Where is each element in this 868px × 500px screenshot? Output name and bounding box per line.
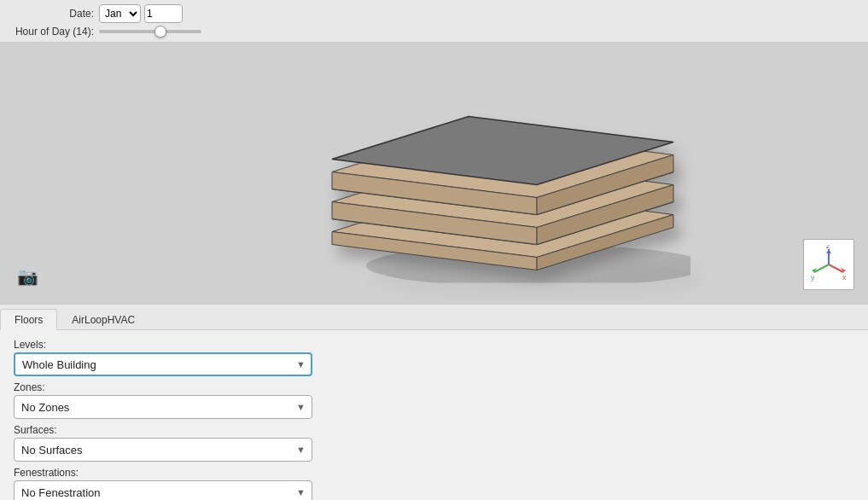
svg-text:y: y xyxy=(811,273,815,282)
tabs-bar: Floors AirLoopHVAC xyxy=(0,305,868,330)
surfaces-dropdown-wrapper: No Surfaces Surface 1 Surface 2 ▼ xyxy=(14,438,312,462)
fenestrations-select[interactable]: No Fenestration Window 1 Window 2 xyxy=(14,480,312,500)
date-label: Date: xyxy=(9,8,94,20)
tab-floors[interactable]: Floors xyxy=(0,309,57,330)
levels-field-group: Levels: Whole Building Floor 1 Floor 2 F… xyxy=(14,339,854,376)
building-3d xyxy=(264,61,690,286)
zones-dropdown-wrapper: No Zones Zone 1 Zone 2 ▼ xyxy=(14,395,312,419)
camera-button[interactable]: 📷 xyxy=(14,263,41,290)
surfaces-select[interactable]: No Surfaces Surface 1 Surface 2 xyxy=(14,438,312,462)
svg-text:z: z xyxy=(826,245,830,250)
main-container: Date: JanFebMar AprMayJun JulAugSep OctN… xyxy=(0,0,868,500)
levels-select[interactable]: Whole Building Floor 1 Floor 2 Floor 3 xyxy=(14,352,312,376)
zones-field-group: Zones: No Zones Zone 1 Zone 2 ▼ xyxy=(14,381,854,419)
date-spinner-group: JanFebMar AprMayJun JulAugSep OctNovDec xyxy=(99,4,183,23)
hour-label: Hour of Day (14): xyxy=(9,26,94,38)
date-row: Date: JanFebMar AprMayJun JulAugSep OctN… xyxy=(9,4,859,23)
axis-widget: x y z xyxy=(803,239,854,290)
top-controls-bar: Date: JanFebMar AprMayJun JulAugSep OctN… xyxy=(0,0,868,43)
hour-slider[interactable] xyxy=(99,30,201,33)
zones-label: Zones: xyxy=(14,381,854,393)
fenestrations-dropdown-wrapper: No Fenestration Window 1 Window 2 ▼ xyxy=(14,480,312,500)
viewport-canvas: x y z 📷 xyxy=(0,43,868,304)
floors-tab-content: Levels: Whole Building Floor 1 Floor 2 F… xyxy=(0,330,868,500)
axis-svg: x y z xyxy=(809,245,848,284)
camera-icon: 📷 xyxy=(17,266,38,287)
hour-row: Hour of Day (14): xyxy=(9,26,859,38)
surfaces-field-group: Surfaces: No Surfaces Surface 1 Surface … xyxy=(14,424,854,462)
levels-dropdown-wrapper: Whole Building Floor 1 Floor 2 Floor 3 ▼ xyxy=(14,352,312,376)
levels-label: Levels: xyxy=(14,339,854,351)
bottom-panel: Floors AirLoopHVAC Levels: Whole Buildin… xyxy=(0,304,868,500)
fenestrations-label: Fenestrations: xyxy=(14,467,854,479)
fenestrations-field-group: Fenestrations: No Fenestration Window 1 … xyxy=(14,467,854,500)
svg-text:x: x xyxy=(842,273,847,282)
month-select[interactable]: JanFebMar AprMayJun JulAugSep OctNovDec xyxy=(99,4,141,23)
surfaces-label: Surfaces: xyxy=(14,424,854,436)
tab-airloophvac[interactable]: AirLoopHVAC xyxy=(57,309,149,330)
day-input[interactable] xyxy=(144,4,183,23)
viewport: x y z 📷 xyxy=(0,43,868,304)
building-svg xyxy=(264,61,690,283)
zones-select[interactable]: No Zones Zone 1 Zone 2 xyxy=(14,395,312,419)
